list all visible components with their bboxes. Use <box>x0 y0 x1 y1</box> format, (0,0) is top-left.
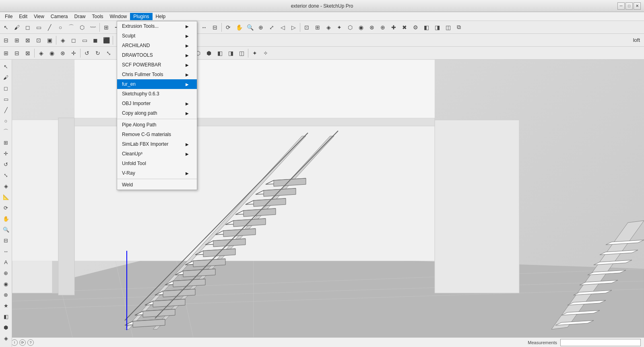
line-tool[interactable]: ╱ <box>44 22 55 33</box>
lt-extra3[interactable]: ★ <box>1 300 11 311</box>
lt-circle[interactable]: ○ <box>1 116 11 126</box>
shaded-mode[interactable]: ◼ <box>90 35 101 45</box>
tool-extra-8[interactable]: ⊕ <box>378 22 388 33</box>
tool-extra-1[interactable]: ⊡ <box>301 22 312 33</box>
menu-camera[interactable]: Camera <box>47 13 71 20</box>
menu-tools[interactable]: Tools <box>89 13 107 20</box>
t3-btn19[interactable]: ⬢ <box>204 48 214 58</box>
menu-sketchuphy[interactable]: Sketchuphy 0.6.3 <box>117 89 197 99</box>
tool-extra-2[interactable]: ⊞ <box>312 22 323 33</box>
next-view[interactable]: ▷ <box>288 22 299 33</box>
t3-btn10[interactable]: ⤡ <box>103 48 114 58</box>
tool-extra-3[interactable]: ◈ <box>323 22 334 33</box>
lt-zoom[interactable]: 🔍 <box>1 224 11 235</box>
view-front[interactable]: ⊠ <box>23 35 33 45</box>
t3-btn23[interactable]: ✦ <box>250 48 260 58</box>
tool-extra-12[interactable]: ◧ <box>421 22 431 33</box>
lt-line[interactable]: ╱ <box>1 105 11 115</box>
lt-rect[interactable]: ▭ <box>1 94 11 104</box>
t3-btn20[interactable]: ◧ <box>215 48 225 58</box>
t3-btn8[interactable]: ↺ <box>82 48 92 58</box>
view-right[interactable]: ⊡ <box>33 35 44 45</box>
menu-drawtools[interactable]: DRAWTOOLS ▶ <box>117 50 197 60</box>
lt-pushpull[interactable]: ⊞ <box>1 137 11 148</box>
tool-extra-9[interactable]: ✚ <box>388 22 399 33</box>
menu-unfold-tool[interactable]: Unfold Tool <box>117 159 197 168</box>
status-icon-2[interactable]: ! <box>11 339 18 346</box>
lt-extra6[interactable]: ◈ <box>1 333 11 343</box>
t3-btn2[interactable]: ⊟ <box>12 48 22 58</box>
menu-archiland[interactable]: ARCHILAND ▶ <box>117 41 197 50</box>
lt-eraser[interactable]: ◻ <box>1 83 11 93</box>
freehand-tool[interactable]: 〰 <box>88 22 98 33</box>
paint-tool[interactable]: 🖌 <box>12 22 22 33</box>
menu-simlab-fbx[interactable]: SimLab FBX Importer ▶ <box>117 139 197 149</box>
eraser-tool[interactable]: ◻ <box>23 22 33 33</box>
t3-btn5[interactable]: ◉ <box>47 48 57 58</box>
tool-extra-10[interactable]: ✖ <box>399 22 410 33</box>
menu-pipe-along-path[interactable]: Pipe Along Path <box>117 120 197 130</box>
close-button[interactable]: ✕ <box>634 2 641 10</box>
lt-dimension[interactable]: ↔ <box>1 246 11 256</box>
hidden-line-mode[interactable]: ▭ <box>79 35 90 45</box>
t3-btn4[interactable]: ◈ <box>36 48 46 58</box>
t3-btn24[interactable]: ✧ <box>260 48 271 58</box>
lt-orbit[interactable]: ⟳ <box>1 202 11 213</box>
prev-view[interactable]: ◁ <box>277 22 288 33</box>
t3-btn9[interactable]: ↻ <box>93 48 103 58</box>
menu-fur-en[interactable]: fur_en ▶ <box>117 79 197 89</box>
menu-plugins[interactable]: Plugins <box>130 13 152 20</box>
tool-extra-4[interactable]: ✦ <box>334 22 345 33</box>
menu-view[interactable]: View <box>31 13 47 20</box>
menu-draw[interactable]: Draw <box>71 13 89 20</box>
tool-extra-7[interactable]: ⊗ <box>367 22 377 33</box>
xray-mode[interactable]: ◈ <box>58 35 68 45</box>
polygon-tool[interactable]: ⬡ <box>77 22 87 33</box>
lt-select[interactable]: ↖ <box>1 61 11 72</box>
menu-obj-importer[interactable]: OBJ Importer ▶ <box>117 99 197 108</box>
menu-weld[interactable]: Weld <box>117 180 197 190</box>
maximize-button[interactable]: □ <box>625 2 633 10</box>
t3-btn21[interactable]: ◨ <box>225 48 236 58</box>
t3-btn1[interactable]: ⊞ <box>1 48 11 58</box>
minimize-button[interactable]: ─ <box>617 2 625 10</box>
lt-pan[interactable]: ✋ <box>1 213 11 224</box>
rect-tool[interactable]: ▭ <box>33 22 44 33</box>
menu-cleanup[interactable]: CleanUp³ ▶ <box>117 149 197 159</box>
lt-extra1[interactable]: ◉ <box>1 279 11 289</box>
lt-paint[interactable]: 🖌 <box>1 72 11 83</box>
lt-offset[interactable]: ◈ <box>1 181 11 191</box>
menu-help[interactable]: Help <box>153 13 169 20</box>
lt-rotate[interactable]: ↺ <box>1 159 11 169</box>
pushpull-tool[interactable]: ⊞ <box>101 22 111 33</box>
select-tool[interactable]: ↖ <box>1 22 11 33</box>
tool-extra-6[interactable]: ◉ <box>356 22 366 33</box>
lt-tape[interactable]: 📐 <box>1 192 11 202</box>
tool-extra-13[interactable]: ◨ <box>432 22 442 33</box>
lt-section[interactable]: ⊟ <box>1 235 11 246</box>
wireframe-mode[interactable]: ◻ <box>68 35 79 45</box>
lt-extra4[interactable]: ◧ <box>1 311 11 322</box>
menu-file[interactable]: File <box>2 13 16 20</box>
orbit-tool[interactable]: ⟳ <box>223 22 233 33</box>
menu-copy-along-path[interactable]: Copy along path ▶ <box>117 108 197 118</box>
zoom-fit-tool[interactable]: ⤢ <box>266 22 277 33</box>
shaded-textured-mode[interactable]: ⬛ <box>101 35 111 45</box>
lt-text[interactable]: A <box>1 257 11 267</box>
menu-scf-powerbar[interactable]: SCF POWERBAR ▶ <box>117 60 197 70</box>
measurements-input[interactable] <box>560 339 641 346</box>
menu-window[interactable]: Window <box>107 13 130 20</box>
lt-axes[interactable]: ⊕ <box>1 268 11 278</box>
tool-extra-14[interactable]: ◫ <box>443 22 453 33</box>
lt-extra5[interactable]: ⬢ <box>1 322 11 333</box>
view-back[interactable]: ▣ <box>44 35 55 45</box>
tool-extra-15[interactable]: ⧉ <box>454 22 464 33</box>
tool-extra-5[interactable]: ⬡ <box>345 22 355 33</box>
dimension-tool[interactable]: ↔ <box>199 22 209 33</box>
view-iso[interactable]: ⊟ <box>1 35 11 45</box>
status-icon-3[interactable]: ⟳ <box>19 339 26 346</box>
section-tool[interactable]: ⊟ <box>210 22 220 33</box>
menu-sculpt[interactable]: Sculpt ▶ <box>117 31 197 41</box>
menu-edit[interactable]: Edit <box>16 13 31 20</box>
lt-move[interactable]: ✛ <box>1 148 11 159</box>
